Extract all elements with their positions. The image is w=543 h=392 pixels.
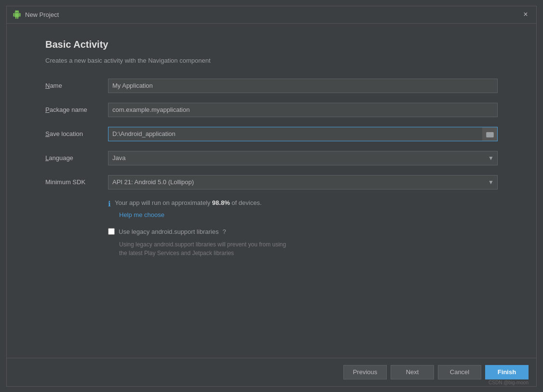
dialog-footer: Previous Next Cancel Finish CSDN @big-mo… [7,358,536,386]
language-select[interactable]: Java Kotlin [108,151,498,165]
dialog-title: New Project [25,11,517,18]
language-row: Language Java Kotlin ▼ [45,151,498,165]
previous-button[interactable]: Previous [343,365,387,379]
name-row: Name [45,79,498,93]
legacy-description: Using legacy android.support libraries w… [119,240,351,257]
sdk-info-block: ℹ Your app will run on approximately 98.… [108,199,498,218]
cancel-button[interactable]: Cancel [438,365,481,379]
sdk-select-wrapper: API 21: Android 5.0 (Lollipop) API 22: A… [108,175,498,189]
location-row: Save location [45,127,498,141]
close-button[interactable]: × [521,10,530,19]
name-input[interactable] [108,79,498,93]
sdk-label-text: Minimum SDK [45,178,85,186]
legacy-help-icon[interactable]: ? [222,228,226,235]
android-icon [13,10,21,19]
legacy-checkbox-row: Use legacy android.support libraries ? [108,228,498,235]
package-row: Package name [45,103,498,117]
legacy-checkbox[interactable] [108,228,115,235]
browse-folder-button[interactable] [482,127,498,141]
section-title: Basic Activity [45,39,498,50]
legacy-checkbox-label[interactable]: Use legacy android.support libraries [119,228,218,235]
watermark: CSDN @big-moon [489,380,529,385]
form-content: Basic Activity Creates a new basic activ… [7,24,536,358]
sdk-percentage: 98.8% [212,199,230,206]
section-description: Creates a new basic activity with the Na… [45,57,498,64]
package-label-text: Package name [45,106,87,113]
location-label: Save location [45,130,108,137]
location-label-text: Save location [45,130,83,137]
finish-button[interactable]: Finish [485,365,529,379]
package-input[interactable] [108,103,498,117]
location-wrapper [108,127,498,141]
sdk-row: Minimum SDK API 21: Android 5.0 (Lollipo… [45,175,498,189]
titlebar: New Project × [7,6,536,24]
location-input[interactable] [108,127,498,141]
help-me-choose-link[interactable]: Help me choose [119,211,164,218]
sdk-info-line: ℹ Your app will run on approximately 98.… [108,199,498,208]
language-label-text: Language [45,154,73,162]
language-label: Language [45,154,108,162]
info-icon: ℹ [108,200,111,208]
next-button[interactable]: Next [391,365,434,379]
sdk-info-text: Your app will run on approximately 98.8%… [115,199,262,206]
name-label: Name [45,82,108,89]
new-project-dialog: New Project × Basic Activity Creates a n… [6,6,537,387]
sdk-label: Minimum SDK [45,178,108,186]
package-label: Package name [45,106,108,113]
language-select-wrapper: Java Kotlin ▼ [108,151,498,165]
sdk-select[interactable]: API 21: Android 5.0 (Lollipop) API 22: A… [108,175,498,189]
name-label-text: Name [45,82,62,89]
folder-icon [486,131,494,137]
